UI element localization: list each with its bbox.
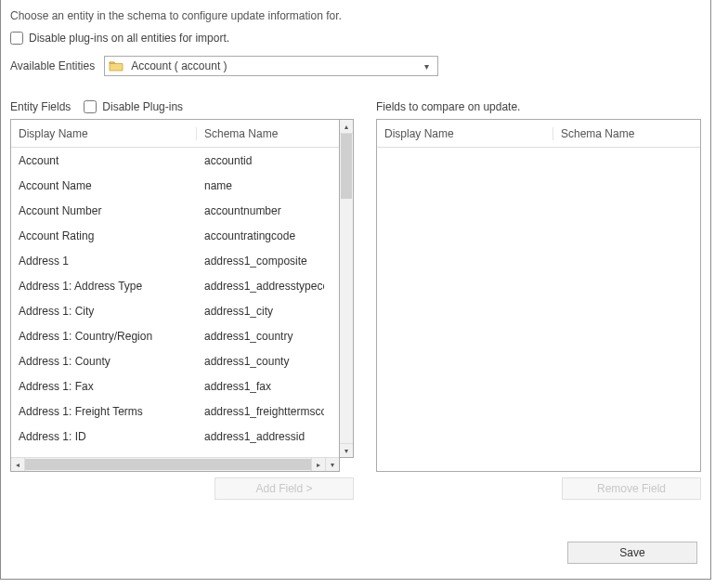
table-row[interactable]: Accountaccountid: [11, 148, 324, 173]
cell-schema: name: [197, 179, 324, 192]
table-row[interactable]: Address 1: Cityaddress1_city: [11, 298, 324, 323]
available-entities-label: Available Entities: [10, 59, 95, 72]
table-row[interactable]: Address 1: IDaddress1_addressid: [11, 424, 324, 449]
cell-schema: accountid: [197, 154, 324, 167]
compare-fields-title: Fields to compare on update.: [376, 100, 520, 113]
cell-schema: address1_composite: [197, 255, 324, 268]
cell-schema: accountnumber: [197, 204, 324, 217]
table-row[interactable]: Address 1: Latitudeaddress1_latitude: [11, 449, 324, 457]
cell-display: Address 1: City: [11, 305, 197, 318]
col-header-display-r[interactable]: Display Name: [377, 127, 553, 140]
remove-field-button[interactable]: Remove Field: [562, 477, 701, 500]
cell-display: Address 1: County: [11, 355, 197, 368]
compare-fields-body: [377, 148, 700, 457]
entity-fields-header: Display Name Schema Name: [11, 120, 339, 148]
table-row[interactable]: Account Numberaccountnumber: [11, 198, 324, 223]
scroll-left-icon[interactable]: ◂: [11, 458, 25, 471]
cell-schema: address1_freighttermscode: [197, 405, 324, 418]
scroll-down-icon[interactable]: ▾: [340, 443, 353, 457]
table-row[interactable]: Address 1: Countyaddress1_county: [11, 348, 324, 373]
scroll-down-extra-icon[interactable]: ▾: [325, 458, 339, 471]
cell-display: Address 1: ID: [11, 430, 197, 443]
chevron-down-icon: ▾: [419, 61, 434, 72]
cell-schema: address1_fax: [197, 380, 324, 393]
vertical-scrollbar[interactable]: ▴ ▾: [340, 119, 354, 458]
v-scroll-thumb[interactable]: [341, 134, 352, 199]
col-header-schema-r[interactable]: Schema Name: [553, 127, 700, 140]
instruction-text: Choose an entity in the schema to config…: [10, 9, 701, 22]
folder-icon: [109, 59, 124, 72]
cell-schema: address1_county: [197, 355, 324, 368]
table-row[interactable]: Address 1: Freight Termsaddress1_freight…: [11, 399, 324, 424]
config-panel: Choose an entity in the schema to config…: [0, 0, 711, 580]
scroll-up-icon[interactable]: ▴: [340, 120, 353, 134]
disable-all-label: Disable plug-ins on all entities for imp…: [29, 32, 229, 45]
cell-schema: accountratingcode: [197, 229, 324, 242]
col-header-schema[interactable]: Schema Name: [197, 127, 339, 140]
entity-fields-grid[interactable]: Display Name Schema Name Accountaccounti…: [10, 119, 340, 472]
entity-fields-title: Entity Fields: [10, 100, 71, 113]
table-row[interactable]: Address 1address1_composite: [11, 248, 324, 273]
cell-display: Address 1: Freight Terms: [11, 405, 197, 418]
table-row[interactable]: Account Ratingaccountratingcode: [11, 223, 324, 248]
save-button[interactable]: Save: [567, 542, 697, 564]
scroll-right-icon[interactable]: ▸: [311, 458, 325, 471]
cell-schema: address1_city: [197, 305, 324, 318]
horizontal-scrollbar[interactable]: ◂ ▸ ▾: [11, 457, 339, 471]
cell-schema: address1_addressid: [197, 430, 324, 443]
col-header-display[interactable]: Display Name: [11, 127, 197, 140]
table-row[interactable]: Address 1: Country/Regionaddress1_countr…: [11, 323, 324, 348]
cell-display: Account: [11, 154, 197, 167]
cell-schema: address1_country: [197, 330, 324, 343]
cell-display: Address 1: [11, 255, 197, 268]
add-field-button[interactable]: Add Field >: [214, 477, 354, 500]
h-scroll-thumb[interactable]: [25, 459, 311, 470]
disable-all-row: Disable plug-ins on all entities for imp…: [10, 32, 701, 45]
disable-all-checkbox[interactable]: [10, 32, 23, 45]
cell-display: Account Name: [11, 179, 197, 192]
cell-display: Address 1: Fax: [11, 380, 197, 393]
entity-fields-grid-wrap: Display Name Schema Name Accountaccounti…: [10, 119, 354, 472]
cell-display: Account Number: [11, 204, 197, 217]
available-entities-row: Available Entities Account ( account ) ▾: [10, 56, 701, 76]
table-row[interactable]: Account Namename: [11, 173, 324, 198]
compare-fields-header: Display Name Schema Name: [377, 120, 700, 148]
disable-plugins-label: Disable Plug-ins: [102, 100, 183, 113]
entity-dropdown[interactable]: Account ( account ) ▾: [104, 56, 438, 76]
disable-plugins-checkbox[interactable]: [84, 100, 97, 113]
cell-display: Account Rating: [11, 229, 197, 242]
table-row[interactable]: Address 1: Faxaddress1_fax: [11, 373, 324, 399]
compare-fields-grid[interactable]: Display Name Schema Name: [376, 119, 701, 472]
cell-display: Address 1: Country/Region: [11, 330, 197, 343]
entity-fields-body: AccountaccountidAccount NamenameAccount …: [11, 148, 324, 457]
table-row[interactable]: Address 1: Address Typeaddress1_addresst…: [11, 273, 324, 298]
cell-schema: address1_addresstypecode: [197, 280, 324, 293]
cell-display: Address 1: Address Type: [11, 280, 197, 293]
entity-dropdown-text: Account ( account ): [131, 59, 419, 72]
